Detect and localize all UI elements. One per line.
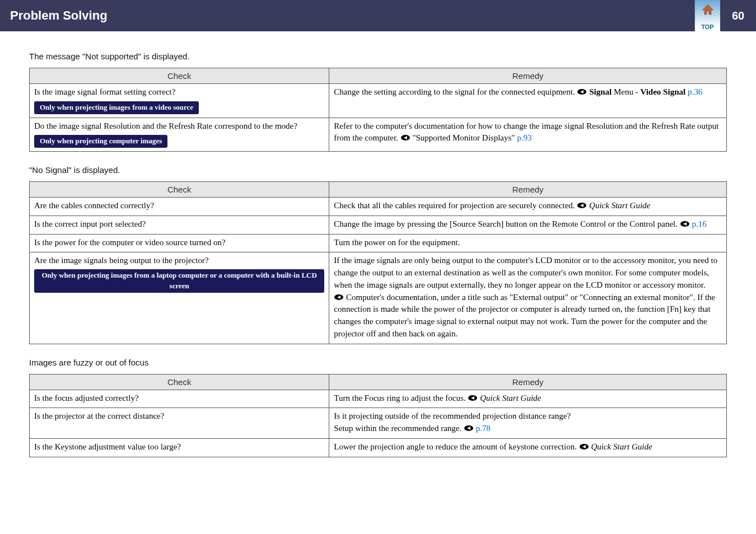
remedy-text: Turn the Focus ring to adjust the focus. — [334, 394, 468, 402]
table-header-row: Check Remedy — [30, 68, 727, 84]
remedy-para2-wrap: Computer's documentation, under a title … — [334, 292, 722, 340]
remedy-cell: Change the image by pressing the [Source… — [329, 216, 727, 234]
remedy-text: Change the setting according to the sign… — [334, 87, 577, 96]
check-question: Do the image signal Resolution and the R… — [34, 120, 324, 133]
pointer-icon — [680, 219, 690, 226]
section2-table: Check Remedy Are the cables connected co… — [29, 181, 727, 344]
guide-ref: Quick Start Guide — [589, 201, 650, 210]
check-cell: Is the image signal format setting corre… — [30, 84, 329, 118]
header-bar: Problem Solving TOP 60 — [0, 0, 756, 31]
remedy-quoted: "Supported Monitor Displays" — [412, 133, 515, 142]
table-row: Is the Keystone adjustment value too lar… — [30, 438, 727, 457]
top-label: TOP — [701, 24, 713, 30]
condition-pill: Only when projecting images from a video… — [34, 101, 199, 114]
pointer-icon — [579, 442, 589, 448]
remedy-line1: Is it projecting outside of the recommen… — [334, 410, 722, 423]
guide-ref: Quick Start Guide — [480, 394, 541, 402]
page-number: 60 — [720, 10, 756, 22]
remedy-cell: Is it projecting outside of the recommen… — [329, 408, 727, 439]
section1-title: The message "Not supported" is displayed… — [29, 51, 727, 61]
pointer-icon — [468, 393, 478, 400]
page-title: Problem Solving — [10, 8, 108, 23]
table-row: Is the power for the computer or video s… — [30, 234, 727, 252]
check-question: Is the image signal format setting corre… — [34, 86, 324, 99]
remedy-line2: Setup within the recommended range. — [334, 424, 464, 433]
section2-title: "No Signal" is displayed. — [29, 165, 727, 175]
table-row: Is the image signal format setting corre… — [30, 84, 727, 118]
menu-item: Video Signal — [640, 87, 685, 96]
pointer-icon — [400, 133, 410, 139]
remedy-para1: If the image signals are only being outp… — [334, 255, 722, 291]
remedy-cell: If the image signals are only being outp… — [329, 252, 727, 344]
table-row: Is the correct input port selected? Chan… — [30, 216, 727, 234]
section3-table: Check Remedy Is the focus adjusted corre… — [29, 374, 727, 457]
condition-pill: Only when projecting images from a lapto… — [34, 269, 324, 293]
remedy-mid: Menu - — [612, 87, 640, 96]
check-cell: Is the correct input port selected? — [30, 216, 329, 234]
check-cell: Is the projector at the correct distance… — [30, 408, 329, 439]
remedy-cell: Change the setting according to the sign… — [329, 84, 727, 118]
remedy-cell: Lower the projection angle to reduce the… — [329, 438, 727, 457]
pointer-icon — [577, 87, 587, 93]
remedy-para2: Computer's documentation, under a title … — [334, 293, 715, 338]
check-cell: Do the image signal Resolution and the R… — [30, 118, 329, 152]
menu-name: Signal — [589, 87, 612, 96]
col-check: Check — [30, 374, 329, 390]
table-row: Are the image signals being output to th… — [30, 252, 727, 344]
col-check: Check — [30, 182, 329, 198]
col-remedy: Remedy — [329, 374, 727, 390]
page-link[interactable]: p.36 — [688, 87, 702, 96]
page-link[interactable]: p.16 — [692, 219, 706, 228]
page-link[interactable]: p.78 — [476, 424, 491, 433]
content-area: The message "Not supported" is displayed… — [0, 31, 756, 482]
guide-ref: Quick Start Guide — [591, 442, 652, 451]
table-row: Are the cables connected correctly? Chec… — [30, 198, 727, 216]
svg-marker-0 — [702, 4, 713, 15]
section3-title: Images are fuzzy or out of focus — [29, 358, 727, 367]
table-row: Is the projector at the correct distance… — [30, 408, 727, 439]
pointer-icon — [464, 423, 474, 430]
remedy-text: Check that all the cables required for p… — [334, 201, 577, 210]
col-remedy: Remedy — [329, 68, 727, 84]
remedy-cell: Turn the power on for the equipment. — [329, 234, 727, 252]
header-right: TOP 60 — [694, 0, 756, 31]
remedy-text: Change the image by pressing the [Source… — [334, 219, 679, 228]
table-header-row: Check Remedy — [30, 182, 727, 198]
table-header-row: Check Remedy — [30, 374, 727, 390]
remedy-text: Lower the projection angle to reduce the… — [334, 442, 578, 451]
check-cell: Is the focus adjusted correctly? — [30, 390, 329, 408]
check-cell: Is the Keystone adjustment value too lar… — [30, 438, 329, 457]
pointer-icon — [577, 200, 587, 207]
table-row: Do the image signal Resolution and the R… — [30, 118, 727, 152]
top-nav-button[interactable]: TOP — [694, 0, 720, 31]
table-row: Is the focus adjusted correctly? Turn th… — [30, 390, 727, 408]
page-link[interactable]: p.93 — [517, 133, 531, 142]
remedy-line2-wrap: Setup within the recommended range. p.78 — [334, 423, 722, 435]
check-question: Are the image signals being output to th… — [34, 255, 324, 267]
check-cell: Are the image signals being output to th… — [30, 252, 329, 344]
remedy-cell: Refer to the computer's documentation fo… — [329, 118, 727, 152]
section1-table: Check Remedy Is the image signal format … — [29, 68, 727, 152]
condition-pill: Only when projecting computer images — [34, 135, 167, 148]
pointer-icon — [334, 292, 344, 299]
check-cell: Are the cables connected correctly? — [30, 198, 329, 216]
remedy-cell: Turn the Focus ring to adjust the focus.… — [329, 390, 727, 408]
home-icon — [701, 3, 715, 16]
col-check: Check — [30, 68, 329, 84]
col-remedy: Remedy — [329, 182, 727, 198]
remedy-cell: Check that all the cables required for p… — [329, 198, 727, 216]
check-cell: Is the power for the computer or video s… — [30, 234, 329, 252]
